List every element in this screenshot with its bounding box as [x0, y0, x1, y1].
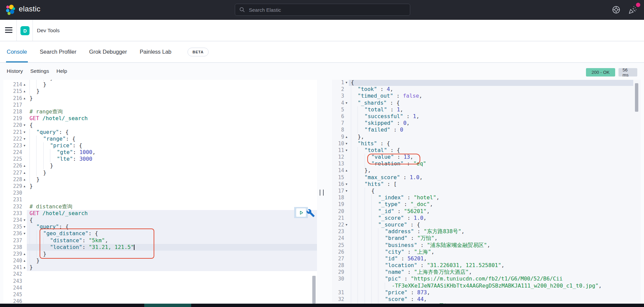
code-line[interactable]: 239▴} — [3, 251, 317, 257]
code-line[interactable]: 240▴} — [3, 257, 317, 264]
tab-grok-debugger[interactable]: Grok Debugger — [89, 41, 128, 62]
right-editor-scrollbar-thumb[interactable] — [635, 83, 638, 112]
fold-toggle-icon[interactable]: ▾ — [344, 221, 349, 228]
code-line[interactable]: 245 — [3, 291, 317, 298]
tab-console[interactable]: Console — [6, 41, 28, 62]
code-line[interactable]: 219GET /hotel/_search — [3, 115, 317, 122]
code-line[interactable]: 242 — [3, 271, 317, 277]
code-line[interactable]: 21"_score" : 1.0, — [332, 215, 641, 221]
code-line[interactable]: 17▾{ — [332, 188, 641, 194]
tab-search-profiler[interactable]: Search Profiler — [39, 41, 77, 62]
code-line[interactable]: 231 — [3, 196, 317, 203]
fold-toggle-icon[interactable]: ▾ — [344, 140, 349, 147]
code-line[interactable]: 224"gte": 1000, — [3, 149, 317, 156]
elastic-logo-icon[interactable] — [5, 4, 16, 16]
code-line[interactable]: 241▴} — [3, 264, 317, 271]
code-line[interactable]: 11▾"total" : { — [332, 147, 641, 154]
fold-toggle-icon[interactable]: ▾ — [22, 230, 27, 237]
code-line[interactable]: 238"location": "31.21, 121.5" — [3, 244, 317, 251]
search-input[interactable] — [248, 7, 397, 13]
tab-painless-lab[interactable]: Painless Lab — [139, 41, 172, 62]
request-options-button[interactable] — [305, 208, 316, 219]
code-line[interactable]: 16▾"hits" : [ — [332, 181, 641, 188]
code-line[interactable]: 4▾"_shards" : { — [332, 100, 641, 106]
code-line[interactable]: 10▾"hits" : { — [332, 140, 641, 147]
code-line[interactable]: 19"_type" : "_doc", — [332, 201, 641, 208]
code-line[interactable]: 14▴}, — [332, 167, 641, 174]
fold-toggle-icon[interactable]: ▴ — [344, 167, 349, 174]
code-line[interactable]: 217 — [3, 102, 317, 108]
code-line[interactable]: 13"relation" : "eq" — [332, 160, 641, 167]
fold-toggle-icon[interactable]: ▾ — [22, 217, 27, 223]
fold-toggle-icon[interactable]: ▴ — [22, 81, 27, 88]
code-line[interactable]: -TF3eXKeIJeN7AASiKHbTtx4AAGRegDSBzMABKJA… — [332, 283, 641, 289]
help-icon[interactable] — [611, 5, 621, 15]
app-icon-badge[interactable]: D — [20, 26, 30, 35]
code-line[interactable]: 246 — [3, 298, 317, 304]
fold-toggle-icon[interactable]: ▴ — [22, 251, 27, 257]
code-line[interactable]: 218# range查询 — [3, 108, 317, 115]
pane-resizer-handle[interactable] — [320, 190, 324, 196]
fold-toggle-icon[interactable]: ▴ — [22, 183, 27, 190]
code-line[interactable]: 27"id" : 56201, — [332, 255, 641, 262]
code-line[interactable]: 1▾{ — [332, 80, 641, 86]
code-line[interactable]: 237"distance": "5km", — [3, 237, 317, 244]
left-editor-scrollbar-thumb[interactable] — [312, 276, 316, 304]
fold-toggle-icon[interactable]: ▴ — [22, 257, 27, 264]
code-line[interactable]: 5"total" : 1, — [332, 106, 641, 113]
code-line[interactable]: 15"max_score" : 1.0, — [332, 174, 641, 181]
fold-toggle-icon[interactable]: ▾ — [22, 223, 27, 230]
code-line[interactable]: 223▾"price": { — [3, 142, 317, 149]
code-line[interactable]: 25"business" : "浦东陆家嘴金融贸易区", — [332, 242, 641, 249]
fold-toggle-icon[interactable]: ▾ — [344, 80, 349, 86]
toolbar-link-help[interactable]: Help — [56, 68, 67, 74]
fold-toggle-icon[interactable]: ▾ — [344, 181, 349, 188]
code-line[interactable]: 227▴} — [3, 169, 317, 176]
fold-toggle-icon[interactable]: ▾ — [344, 147, 349, 154]
code-line[interactable]: 222▾"range": { — [3, 136, 317, 142]
code-line[interactable]: 229▴} — [3, 183, 317, 190]
code-line[interactable]: 234▾{ — [3, 217, 317, 223]
fold-toggle-icon[interactable]: ▾ — [344, 188, 349, 194]
code-line[interactable]: 23"address" : "东方路838号", — [332, 228, 641, 235]
code-line[interactable]: 7"skipped" : 0, — [332, 120, 641, 126]
code-line[interactable]: 232# distance查询 — [3, 203, 317, 210]
code-line[interactable]: 220▾{ — [3, 122, 317, 129]
fold-toggle-icon[interactable]: ▾ — [22, 129, 27, 136]
code-line[interactable]: 3"timed_out" : false, — [332, 93, 641, 99]
fold-toggle-icon[interactable]: ▾ — [344, 100, 349, 106]
code-line[interactable]: 18"_index" : "hotel", — [332, 194, 641, 201]
response-output-pane[interactable]: 1▾{2"took" : 4,3"timed_out" : false,4▾"_… — [332, 80, 641, 304]
code-line[interactable]: 32"score" : 44, — [332, 296, 641, 303]
code-line[interactable]: 26"city" : "上海", — [332, 249, 641, 255]
code-line[interactable]: 6"successful" : 1, — [332, 113, 641, 120]
code-line[interactable]: 216▴} — [3, 95, 317, 102]
code-line[interactable]: 20"_id" : "56201", — [332, 208, 641, 215]
code-line[interactable]: 22▾"_source" : { — [332, 221, 641, 228]
code-line[interactable]: 215▴} — [3, 88, 317, 95]
fold-toggle-icon[interactable]: ▾ — [22, 136, 27, 142]
code-line[interactable]: 233GET /hotel/_search — [3, 210, 317, 217]
code-line[interactable]: 244 — [3, 285, 317, 291]
toolbar-link-settings[interactable]: Settings — [30, 68, 49, 74]
fold-toggle-icon[interactable]: ▴ — [344, 134, 349, 140]
code-line[interactable]: 214▴} — [3, 81, 317, 88]
fold-toggle-icon[interactable]: ▴ — [22, 88, 27, 95]
menu-icon[interactable] — [5, 27, 12, 34]
code-line[interactable]: 31"price" : 873, — [332, 289, 641, 296]
code-line[interactable]: 24"brand" : "万怡", — [332, 235, 641, 242]
code-line[interactable]: 30"pic" : "https://m.tuniucdn.com/fb2/t1… — [332, 275, 641, 282]
code-line[interactable]: 225"lte": 3000 — [3, 156, 317, 162]
code-line[interactable]: 29"name" : "上海齐鲁万怡大酒店", — [332, 269, 641, 275]
global-search[interactable] — [235, 4, 410, 16]
code-line[interactable]: 226▴} — [3, 162, 317, 169]
code-line[interactable]: 2"took" : 4, — [332, 86, 641, 93]
toolbar-link-history[interactable]: History — [7, 68, 23, 74]
code-line[interactable]: 12"value" : 13, — [332, 154, 641, 160]
code-line[interactable]: 221▾"query": { — [3, 129, 317, 136]
fold-toggle-icon[interactable]: ▴ — [22, 176, 27, 183]
code-line[interactable]: 28"location" : "31.226031, 121.525801", — [332, 262, 641, 269]
fold-toggle-icon[interactable]: ▴ — [22, 95, 27, 102]
fold-toggle-icon[interactable]: ▾ — [22, 142, 27, 149]
fold-toggle-icon[interactable]: ▾ — [22, 122, 27, 129]
